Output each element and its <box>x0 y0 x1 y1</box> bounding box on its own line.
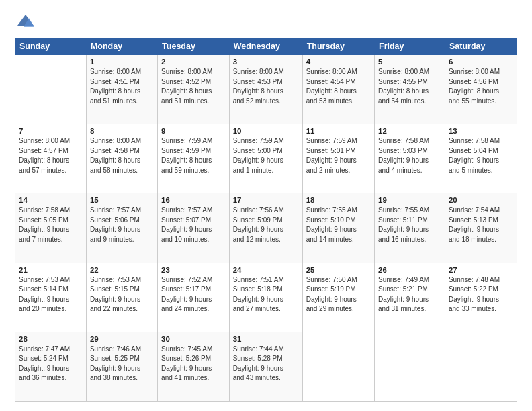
day-info: Sunrise: 7:57 AMSunset: 5:07 PMDaylight:… <box>161 205 226 244</box>
day-info: Sunrise: 7:52 AMSunset: 5:17 PMDaylight:… <box>161 275 226 314</box>
day-info: Sunrise: 7:50 AMSunset: 5:19 PMDaylight:… <box>306 275 371 314</box>
calendar-cell: 7Sunrise: 8:00 AMSunset: 4:57 PMDaylight… <box>15 124 87 193</box>
calendar-cell: 22Sunrise: 7:53 AMSunset: 5:15 PMDayligh… <box>86 263 157 332</box>
calendar-cell: 17Sunrise: 7:56 AMSunset: 5:09 PMDayligh… <box>229 193 302 263</box>
calendar-cell: 4Sunrise: 8:00 AMSunset: 4:54 PMDaylight… <box>302 55 374 124</box>
day-number: 23 <box>161 266 226 274</box>
day-number: 4 <box>306 58 371 66</box>
calendar-cell: 24Sunrise: 7:51 AMSunset: 5:18 PMDayligh… <box>229 263 302 332</box>
day-info: Sunrise: 7:46 AMSunset: 5:25 PMDaylight:… <box>90 345 154 383</box>
day-info: Sunrise: 7:59 AMSunset: 5:01 PMDaylight:… <box>306 136 371 175</box>
day-number: 27 <box>449 266 513 274</box>
calendar-cell: 14Sunrise: 7:58 AMSunset: 5:05 PMDayligh… <box>15 193 87 263</box>
day-info: Sunrise: 7:45 AMSunset: 5:26 PMDaylight:… <box>161 345 226 383</box>
day-info: Sunrise: 8:00 AMSunset: 4:55 PMDaylight:… <box>378 67 441 106</box>
day-number: 19 <box>378 196 441 204</box>
day-number: 7 <box>19 127 83 135</box>
calendar-cell <box>15 55 87 124</box>
day-number: 24 <box>233 266 299 274</box>
day-number: 20 <box>449 196 513 204</box>
day-number: 18 <box>306 196 371 204</box>
day-number: 28 <box>19 335 83 343</box>
day-info: Sunrise: 8:00 AMSunset: 4:53 PMDaylight:… <box>233 67 299 106</box>
calendar-cell <box>445 332 517 401</box>
week-row-4: 21Sunrise: 7:53 AMSunset: 5:14 PMDayligh… <box>15 263 517 332</box>
day-info: Sunrise: 7:48 AMSunset: 5:22 PMDaylight:… <box>449 275 513 314</box>
day-number: 16 <box>161 196 226 204</box>
day-number: 12 <box>378 127 441 135</box>
day-info: Sunrise: 8:00 AMSunset: 4:57 PMDaylight:… <box>19 136 83 175</box>
day-info: Sunrise: 7:56 AMSunset: 5:09 PMDaylight:… <box>233 205 299 244</box>
calendar-cell: 2Sunrise: 8:00 AMSunset: 4:52 PMDaylight… <box>158 55 230 124</box>
day-info: Sunrise: 7:58 AMSunset: 5:03 PMDaylight:… <box>378 136 441 175</box>
logo-icon <box>16 12 35 31</box>
calendar-cell: 23Sunrise: 7:52 AMSunset: 5:17 PMDayligh… <box>158 263 230 332</box>
day-number: 6 <box>449 58 513 66</box>
day-number: 31 <box>233 335 299 343</box>
day-info: Sunrise: 7:44 AMSunset: 5:28 PMDaylight:… <box>233 345 299 383</box>
calendar-cell: 9Sunrise: 7:59 AMSunset: 4:59 PMDaylight… <box>158 124 230 193</box>
day-number: 15 <box>90 196 154 204</box>
calendar-cell: 30Sunrise: 7:45 AMSunset: 5:26 PMDayligh… <box>158 332 230 401</box>
weekday-header-tuesday: Tuesday <box>158 38 230 55</box>
day-number: 25 <box>306 266 371 274</box>
day-number: 10 <box>233 127 299 135</box>
day-info: Sunrise: 7:47 AMSunset: 5:24 PMDaylight:… <box>19 345 83 383</box>
calendar-cell: 11Sunrise: 7:59 AMSunset: 5:01 PMDayligh… <box>302 124 374 193</box>
logo <box>15 12 35 31</box>
day-number: 11 <box>306 127 371 135</box>
calendar-cell: 3Sunrise: 8:00 AMSunset: 4:53 PMDaylight… <box>229 55 302 124</box>
day-number: 5 <box>378 58 441 66</box>
day-number: 9 <box>161 127 226 135</box>
calendar-cell: 27Sunrise: 7:48 AMSunset: 5:22 PMDayligh… <box>445 263 517 332</box>
day-number: 8 <box>90 127 154 135</box>
day-info: Sunrise: 7:49 AMSunset: 5:21 PMDaylight:… <box>378 275 441 314</box>
day-info: Sunrise: 7:55 AMSunset: 5:11 PMDaylight:… <box>378 205 441 244</box>
weekday-header-friday: Friday <box>375 38 445 55</box>
week-row-3: 14Sunrise: 7:58 AMSunset: 5:05 PMDayligh… <box>15 193 517 263</box>
weekday-header-sunday: Sunday <box>15 38 87 55</box>
calendar-cell: 18Sunrise: 7:55 AMSunset: 5:10 PMDayligh… <box>302 193 374 263</box>
weekday-header-row: SundayMondayTuesdayWednesdayThursdayFrid… <box>15 38 517 55</box>
calendar-cell: 29Sunrise: 7:46 AMSunset: 5:25 PMDayligh… <box>86 332 157 401</box>
weekday-header-wednesday: Wednesday <box>229 38 302 55</box>
day-info: Sunrise: 8:00 AMSunset: 4:54 PMDaylight:… <box>306 67 371 106</box>
calendar-cell: 6Sunrise: 8:00 AMSunset: 4:56 PMDaylight… <box>445 55 517 124</box>
day-info: Sunrise: 8:00 AMSunset: 4:52 PMDaylight:… <box>161 67 226 106</box>
calendar-cell: 25Sunrise: 7:50 AMSunset: 5:19 PMDayligh… <box>302 263 374 332</box>
day-number: 17 <box>233 196 299 204</box>
calendar-cell: 31Sunrise: 7:44 AMSunset: 5:28 PMDayligh… <box>229 332 302 401</box>
calendar-cell: 28Sunrise: 7:47 AMSunset: 5:24 PMDayligh… <box>15 332 87 401</box>
week-row-5: 28Sunrise: 7:47 AMSunset: 5:24 PMDayligh… <box>15 332 517 401</box>
day-info: Sunrise: 7:57 AMSunset: 5:06 PMDaylight:… <box>90 205 154 244</box>
day-number: 29 <box>90 335 154 343</box>
day-info: Sunrise: 8:00 AMSunset: 4:58 PMDaylight:… <box>90 136 154 175</box>
day-info: Sunrise: 7:59 AMSunset: 5:00 PMDaylight:… <box>233 136 299 175</box>
calendar-cell: 10Sunrise: 7:59 AMSunset: 5:00 PMDayligh… <box>229 124 302 193</box>
day-info: Sunrise: 7:59 AMSunset: 4:59 PMDaylight:… <box>161 136 226 175</box>
calendar-cell <box>302 332 374 401</box>
day-number: 14 <box>19 196 83 204</box>
calendar-cell: 16Sunrise: 7:57 AMSunset: 5:07 PMDayligh… <box>158 193 230 263</box>
weekday-header-thursday: Thursday <box>302 38 374 55</box>
calendar-table: SundayMondayTuesdayWednesdayThursdayFrid… <box>15 38 517 402</box>
calendar-cell: 13Sunrise: 7:58 AMSunset: 5:04 PMDayligh… <box>445 124 517 193</box>
calendar-cell: 21Sunrise: 7:53 AMSunset: 5:14 PMDayligh… <box>15 263 87 332</box>
weekday-header-saturday: Saturday <box>445 38 517 55</box>
day-number: 22 <box>90 266 154 274</box>
day-info: Sunrise: 7:54 AMSunset: 5:13 PMDaylight:… <box>449 205 513 244</box>
calendar-cell: 20Sunrise: 7:54 AMSunset: 5:13 PMDayligh… <box>445 193 517 263</box>
day-number: 3 <box>233 58 299 66</box>
day-number: 21 <box>19 266 83 274</box>
day-info: Sunrise: 7:58 AMSunset: 5:05 PMDaylight:… <box>19 205 83 244</box>
calendar-cell: 15Sunrise: 7:57 AMSunset: 5:06 PMDayligh… <box>86 193 157 263</box>
header <box>15 12 517 31</box>
day-number: 13 <box>449 127 513 135</box>
calendar-page: SundayMondayTuesdayWednesdayThursdayFrid… <box>0 0 532 411</box>
day-info: Sunrise: 7:53 AMSunset: 5:14 PMDaylight:… <box>19 275 83 314</box>
day-info: Sunrise: 7:58 AMSunset: 5:04 PMDaylight:… <box>449 136 513 175</box>
day-info: Sunrise: 7:51 AMSunset: 5:18 PMDaylight:… <box>233 275 299 314</box>
calendar-cell: 19Sunrise: 7:55 AMSunset: 5:11 PMDayligh… <box>375 193 445 263</box>
day-info: Sunrise: 7:53 AMSunset: 5:15 PMDaylight:… <box>90 275 154 314</box>
calendar-cell: 26Sunrise: 7:49 AMSunset: 5:21 PMDayligh… <box>375 263 445 332</box>
